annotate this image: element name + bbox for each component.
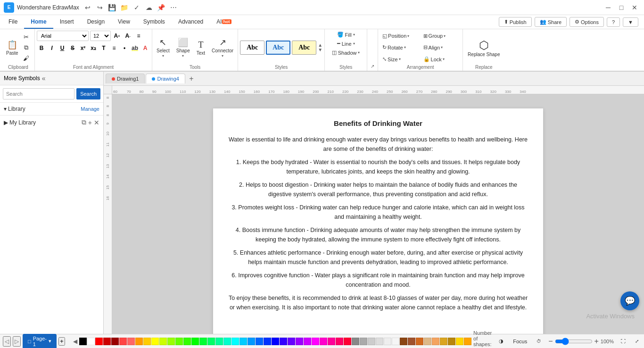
color-swatch[interactable]	[79, 338, 87, 345]
color-swatch[interactable]	[248, 338, 255, 345]
color-swatch[interactable]	[432, 338, 439, 345]
list-button[interactable]: ≡	[109, 44, 119, 52]
focus-button[interactable]: Focus	[511, 338, 529, 345]
open-button[interactable]: 📁	[119, 2, 130, 13]
color-swatch[interactable]	[320, 338, 327, 345]
color-swatch[interactable]	[304, 338, 311, 345]
color-arrow-left[interactable]: ◀	[72, 338, 79, 345]
styles-scroll-down[interactable]: ▼	[318, 48, 322, 52]
align-button2[interactable]: ⊟ Align	[421, 43, 461, 51]
style-box-1[interactable]: Abc	[240, 41, 264, 55]
share-button[interactable]: 👥 Share	[535, 17, 567, 27]
color-swatch[interactable]	[376, 338, 383, 345]
menu-tab-ai[interactable]: AI hot	[210, 15, 238, 29]
shadow-button[interactable]: ◫ Shadow	[330, 49, 362, 57]
underline-button[interactable]: U	[58, 44, 67, 52]
color-swatch[interactable]	[272, 338, 279, 345]
color-swatch[interactable]	[328, 338, 335, 345]
color-swatch[interactable]	[215, 338, 223, 345]
menu-tab-symbols[interactable]: Symbols	[137, 15, 172, 29]
more-button[interactable]: ⋯	[168, 2, 179, 13]
chat-button[interactable]: 💬	[620, 291, 639, 310]
color-swatch[interactable]	[239, 338, 247, 345]
font-color-button[interactable]: A	[140, 44, 150, 52]
color-swatch[interactable]	[408, 338, 415, 345]
save-button[interactable]: 💾	[107, 2, 118, 13]
color-swatch[interactable]	[135, 338, 143, 345]
font-shrink-button[interactable]: A-	[123, 32, 132, 40]
lock-button[interactable]: 🔒 Lock	[421, 55, 461, 63]
color-swatch[interactable]	[199, 338, 207, 345]
color-swatch[interactable]	[223, 338, 231, 345]
color-swatch[interactable]	[440, 338, 447, 345]
color-swatch[interactable]	[392, 338, 399, 345]
timer-button[interactable]: ⏱	[534, 338, 544, 345]
color-swatch[interactable]	[256, 338, 263, 345]
position-button[interactable]: ◱ Position	[380, 32, 420, 40]
shape-button[interactable]: ⬜ Shape	[174, 35, 192, 61]
color-swatch[interactable]	[400, 338, 407, 345]
zoom-plus-button[interactable]: +	[594, 337, 599, 346]
select-button[interactable]: ↖ Select	[154, 35, 172, 61]
pin-button[interactable]: 📌	[156, 2, 167, 13]
tab-drawing4[interactable]: Drawing4	[146, 74, 185, 83]
menu-tab-file[interactable]: File	[2, 15, 24, 29]
color-swatch[interactable]	[231, 338, 239, 345]
fit-button[interactable]: ⛶	[619, 338, 628, 345]
menu-tab-view[interactable]: View	[111, 15, 137, 29]
font-family-select[interactable]: Arial	[37, 31, 89, 41]
menu-tab-insert[interactable]: Insert	[53, 15, 81, 29]
menu-tab-home[interactable]: Home	[24, 15, 53, 29]
color-swatch[interactable]	[151, 338, 159, 345]
undo-button[interactable]: ↩	[82, 2, 93, 13]
color-swatch[interactable]	[143, 338, 151, 345]
zoom-minus-button[interactable]: −	[548, 337, 553, 346]
color-swatch[interactable]	[344, 338, 351, 345]
font-size-select[interactable]: 12	[90, 31, 111, 41]
color-swatch[interactable]	[448, 338, 455, 345]
color-swatch[interactable]	[360, 338, 367, 345]
font-grow-button[interactable]: A+	[112, 32, 122, 40]
color-swatch[interactable]	[119, 338, 127, 345]
style-box-3[interactable]: Abc	[292, 41, 316, 55]
maximize-button[interactable]: □	[616, 2, 627, 13]
add-page-button[interactable]: +	[58, 337, 65, 346]
redo-button[interactable]: ↪	[94, 2, 106, 13]
page-nav-right[interactable]: ▷	[13, 336, 21, 347]
rotate-button[interactable]: ↻ Rotate	[380, 43, 420, 51]
italic-button[interactable]: I	[47, 44, 57, 52]
group-button[interactable]: ⊞ Group	[421, 32, 461, 40]
copy-button[interactable]: ⧉	[22, 43, 31, 52]
size-button[interactable]: ⤡ Size	[380, 55, 420, 63]
page-nav-left[interactable]: ◁	[3, 336, 11, 347]
minimize-button[interactable]: ─	[603, 2, 614, 13]
manage-button[interactable]: Manage	[81, 106, 99, 112]
cut-button[interactable]: ✂	[22, 33, 31, 41]
color-swatch[interactable]	[384, 338, 391, 345]
menu-tab-design[interactable]: Design	[81, 15, 111, 29]
close-button[interactable]: ✕	[629, 2, 640, 13]
color-swatch[interactable]	[191, 338, 199, 345]
styles-expand-button[interactable]: ↗	[368, 63, 377, 70]
format-paint-button[interactable]: 🖌	[22, 54, 31, 63]
my-library-add-button[interactable]: +	[88, 119, 92, 126]
sidebar-collapse-button[interactable]: «	[42, 75, 46, 82]
bullet-button[interactable]: •	[120, 44, 129, 52]
add-tab-button[interactable]: +	[186, 74, 197, 84]
align-button[interactable]: ≡	[134, 32, 143, 40]
search-button[interactable]: Search	[76, 88, 100, 99]
cloud-button[interactable]: ☁	[143, 2, 155, 13]
subscript-button[interactable]: x₂	[89, 44, 98, 52]
canvas-content[interactable]: Benefits of Drinking Water Water is esse…	[112, 94, 644, 334]
color-swatch[interactable]	[175, 338, 183, 345]
color-swatch[interactable]	[207, 338, 215, 345]
text-outline-button[interactable]: T	[99, 44, 108, 52]
strikethrough-button[interactable]: S	[68, 44, 77, 52]
drawing-canvas[interactable]: Benefits of Drinking Water Water is esse…	[213, 108, 543, 334]
color-swatch[interactable]	[264, 338, 271, 345]
font-color-bg-button[interactable]: ab	[130, 44, 140, 52]
publish-button[interactable]: ⬆ Publish	[499, 17, 532, 27]
menu-tab-advanced[interactable]: Advanced	[172, 15, 210, 29]
color-swatch[interactable]	[183, 338, 191, 345]
color-swatch[interactable]	[87, 338, 95, 345]
